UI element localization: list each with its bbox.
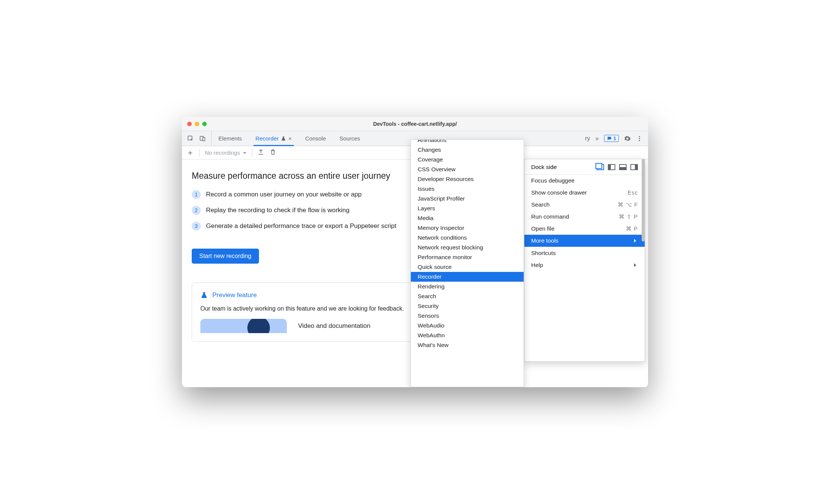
menu-label: Sensors (418, 312, 439, 319)
more-tools-item[interactable]: Network conditions (411, 233, 524, 243)
more-tools-item[interactable]: WebAudio (411, 321, 524, 330)
more-tools-item[interactable]: Quick source (411, 262, 524, 272)
menu-shortcut: ⌘ P (626, 226, 638, 232)
more-tools-item[interactable]: Recorder (411, 272, 524, 282)
inspect-element-icon[interactable] (187, 135, 194, 142)
settings-icon[interactable] (624, 135, 631, 142)
chevron-right-icon (634, 263, 638, 267)
new-recording-icon[interactable]: ＋ (186, 148, 194, 158)
menu-item-show-console-drawer[interactable]: Show console drawerEsc (524, 187, 645, 199)
more-tools-submenu: AnimationsChangesCoverageCSS OverviewDev… (410, 139, 524, 387)
tabbar-right-controls: ry » 1 (585, 131, 648, 146)
more-tools-item[interactable]: Media (411, 213, 524, 223)
tab-elements[interactable]: Elements (212, 131, 249, 146)
menu-label: Network conditions (418, 234, 467, 241)
window-title: DevTools - coffee-cart.netlify.app/ (182, 121, 648, 127)
menu-label: Search (531, 201, 550, 208)
issues-badge[interactable]: 1 (604, 135, 619, 142)
message-icon (607, 136, 612, 141)
more-tools-item[interactable]: Security (411, 301, 524, 311)
more-tools-item[interactable]: JavaScript Profiler (411, 194, 524, 204)
more-tools-item[interactable]: CSS Overview (411, 164, 524, 174)
more-tools-item[interactable]: Changes (411, 145, 524, 155)
menu-item-focus-debuggee[interactable]: Focus debuggee (524, 175, 645, 187)
step-text: Record a common user journey on your web… (206, 191, 362, 198)
menu-item-help[interactable]: Help (524, 259, 645, 271)
issues-count: 1 (613, 136, 616, 141)
main-dropdown-menu: Dock side Focus debuggee Show console dr… (524, 159, 645, 362)
titlebar: DevTools - coffee-cart.netlify.app/ (182, 117, 648, 131)
more-tools-item[interactable]: Network request blocking (411, 243, 524, 252)
close-tab-icon[interactable]: × (288, 135, 292, 142)
start-recording-button[interactable]: Start new recording (192, 249, 259, 264)
dropdown-placeholder: No recordings (205, 149, 240, 156)
menu-label: Open file (531, 225, 554, 232)
more-tools-item[interactable]: WebAuthn (411, 330, 524, 340)
video-thumbnail[interactable] (200, 319, 287, 333)
menu-section-help: Shortcuts Help (524, 247, 645, 271)
more-tools-item[interactable]: Layers (411, 204, 524, 213)
delete-icon[interactable] (270, 149, 276, 157)
more-tools-item[interactable]: Rendering (411, 282, 524, 291)
more-tools-item[interactable]: Coverage (411, 155, 524, 164)
menu-item-search[interactable]: Search⌘ ⌥ F (524, 199, 645, 211)
tab-label: Recorder (256, 135, 279, 142)
tab-label: Console (305, 135, 326, 142)
step-text: Generate a detailed performance trace or… (206, 222, 397, 230)
flask-icon (281, 136, 286, 142)
menu-label: Search (418, 293, 436, 300)
tabs-list: Elements Recorder × Console Sources (212, 131, 367, 146)
svg-point-4 (639, 138, 640, 139)
step-text: Replay the recording to check if the flo… (206, 207, 350, 214)
kebab-menu-icon[interactable] (636, 135, 643, 142)
menu-label: Focus debuggee (531, 177, 574, 184)
media-title: Video and documentation (298, 322, 371, 330)
menu-label: Rendering (418, 283, 445, 290)
menu-label: Network request blocking (418, 244, 483, 251)
more-tools-item[interactable]: Developer Resources (411, 174, 524, 184)
menu-label: JavaScript Profiler (418, 195, 465, 202)
menu-label: WebAudio (418, 322, 444, 329)
more-tools-item[interactable]: Memory Inspector (411, 223, 524, 233)
dock-icons-group (597, 164, 638, 170)
menu-label: WebAuthn (418, 332, 445, 339)
svg-rect-2 (203, 137, 205, 141)
more-tools-item[interactable]: Performance monitor (411, 252, 524, 262)
svg-point-3 (639, 136, 640, 137)
more-tools-item[interactable]: Animations (411, 139, 524, 145)
menu-label: More tools (531, 237, 558, 244)
devtools-window: DevTools - coffee-cart.netlify.app/ Elem… (182, 117, 648, 387)
preview-title: Preview feature (212, 291, 257, 299)
menu-item-shortcuts[interactable]: Shortcuts (524, 247, 645, 259)
menu-label: Memory Inspector (418, 225, 464, 231)
dock-left-icon[interactable] (608, 164, 615, 170)
tab-console[interactable]: Console (298, 131, 333, 146)
more-tools-item[interactable]: Search (411, 291, 524, 301)
main-menu-scrollbar[interactable] (641, 159, 645, 294)
menu-label: Help (531, 262, 543, 269)
step-number: 2 (192, 206, 201, 215)
divider (199, 149, 200, 157)
dock-right-icon[interactable] (630, 164, 638, 170)
more-tools-item[interactable]: Issues (411, 184, 524, 194)
divider (252, 149, 252, 157)
menu-item-open-file[interactable]: Open file⌘ P (524, 223, 645, 235)
device-toggle-icon[interactable] (199, 135, 206, 142)
tab-recorder[interactable]: Recorder × (249, 131, 298, 146)
dock-side-label: Dock side (531, 164, 557, 171)
menu-item-more-tools[interactable]: More tools (524, 235, 645, 247)
dock-bottom-icon[interactable] (619, 164, 627, 170)
more-tabs-icon[interactable]: » (595, 135, 599, 142)
menu-label: CSS Overview (418, 166, 456, 173)
flask-icon (200, 291, 208, 299)
menu-item-run-command[interactable]: Run command⌘ ⇧ P (524, 211, 645, 223)
menu-label: Animations (418, 139, 447, 143)
recordings-dropdown[interactable]: No recordings (205, 149, 247, 156)
chevron-down-icon (243, 149, 247, 156)
dock-undock-icon[interactable] (597, 164, 604, 170)
tab-sources[interactable]: Sources (333, 131, 367, 146)
more-tools-item[interactable]: What's New (411, 340, 524, 350)
menu-label: Performance monitor (418, 254, 472, 261)
more-tools-item[interactable]: Sensors (411, 311, 524, 321)
export-icon[interactable] (257, 149, 264, 157)
